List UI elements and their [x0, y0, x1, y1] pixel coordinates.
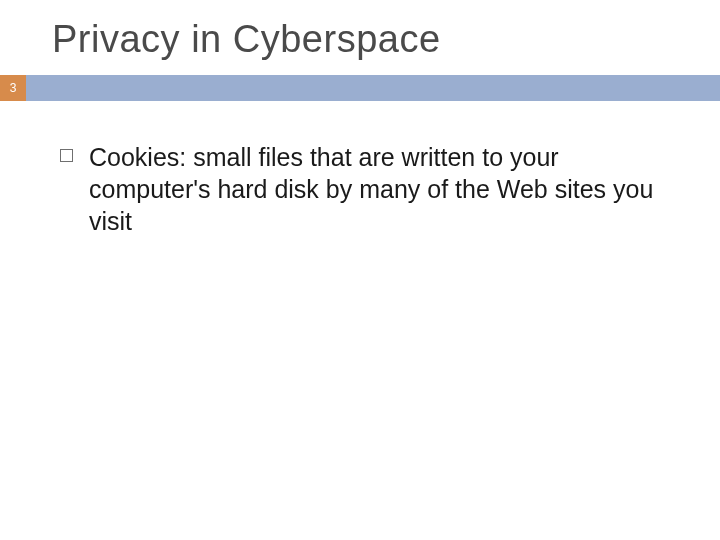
slide-title: Privacy in Cyberspace — [0, 0, 720, 75]
slide-content: Cookies: small files that are written to… — [0, 101, 720, 237]
square-bullet-icon — [60, 149, 73, 162]
page-number-badge: 3 — [0, 75, 26, 101]
accent-bar — [26, 75, 720, 101]
list-item: Cookies: small files that are written to… — [60, 141, 660, 237]
bullet-text: Cookies: small files that are written to… — [89, 141, 660, 237]
accent-bar-row: 3 — [0, 75, 720, 101]
